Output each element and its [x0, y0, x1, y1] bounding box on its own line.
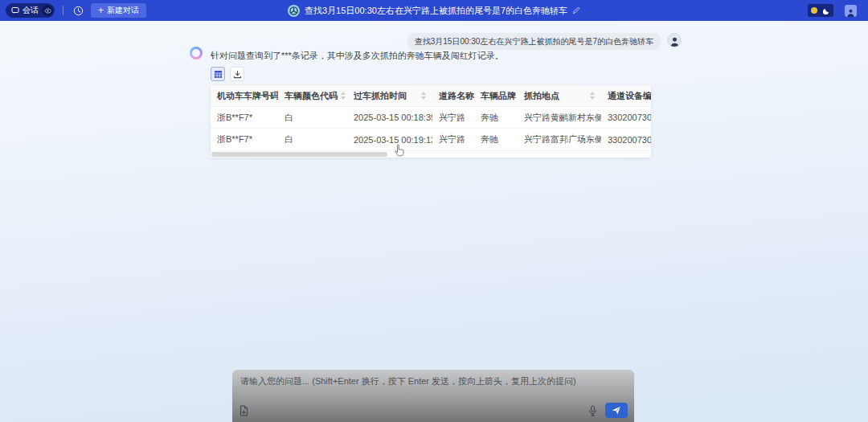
column-header-location[interactable]: 抓拍地点: [518, 85, 601, 107]
result-toolbar: [211, 67, 244, 81]
cell-road: 兴宁路: [432, 129, 474, 150]
cell-road: 兴宁路: [432, 107, 474, 129]
session-button[interactable]: 会话: [6, 3, 55, 18]
composer: [232, 370, 634, 422]
assistant-avatar: [190, 47, 203, 59]
edit-title-icon[interactable]: [572, 6, 580, 14]
sort-icon[interactable]: [590, 92, 595, 100]
moon-icon[interactable]: [823, 7, 830, 14]
attach-file-icon[interactable]: [239, 405, 249, 416]
results-table: 机动车车牌号码 车辆颜色代码 过车抓拍时间 道路名称 车辆品牌 抓拍地点 通道设…: [211, 85, 651, 158]
user-message-bubble: 查找3月15日00:30左右在兴宁路上被抓拍的尾号是7的白色奔驰轿车: [407, 33, 661, 50]
topbar-title-group: 查找3月15日00:30左右在兴宁路上被抓拍的尾号是7的白色奔驰轿车: [288, 5, 580, 17]
history-icon[interactable]: [72, 4, 84, 17]
download-icon: [233, 70, 242, 79]
session-label: 会话: [23, 5, 39, 16]
car-logo-icon: [288, 5, 300, 17]
cell-plate: 浙B**F7*: [211, 107, 278, 129]
table-header: 机动车车牌号码 车辆颜色代码 过车抓拍时间 道路名称 车辆品牌 抓拍地点 通道设…: [211, 85, 651, 107]
conversation-title: 查找3月15日00:30左右在兴宁路上被抓拍的尾号是7的白色奔驰轿车: [305, 5, 567, 17]
topbar-divider: [63, 6, 63, 15]
cell-device: 3302007305132: [601, 129, 651, 150]
cell-brand: 奔驰: [474, 107, 518, 129]
topbar-left: 会话 + 新建对话: [0, 3, 146, 18]
cell-brand: 奔驰: [474, 129, 518, 150]
cell-location: 兴宁路富邦广场东侧西: [518, 129, 601, 150]
topbar-right: [808, 4, 857, 17]
sort-icon[interactable]: [341, 92, 346, 100]
cell-location: 兴宁路黄鹂新村东侧西: [518, 107, 601, 129]
user-avatar: [667, 33, 682, 47]
scrollbar-thumb[interactable]: [211, 152, 387, 157]
cell-color: 白: [278, 129, 347, 150]
account-avatar-button[interactable]: [845, 5, 857, 17]
microphone-icon[interactable]: [588, 405, 597, 416]
table-body: 浙B**F7* 白 2025-03-15 00:18:39 兴宁路 奔驰 兴宁路…: [211, 107, 651, 150]
column-header-color[interactable]: 车辆颜色代码: [278, 85, 347, 107]
chat-icon: [11, 6, 19, 14]
column-header-brand[interactable]: 车辆品牌: [474, 85, 518, 107]
topbar: 会话 + 新建对话 查找3月15日00:30左右在兴宁路上被抓拍的尾号是7的白色…: [0, 0, 868, 21]
sort-icon[interactable]: [421, 92, 426, 100]
cell-time: 2025-03-15 00:19:13: [347, 129, 432, 150]
cell-plate: 浙B**F7*: [211, 129, 278, 150]
table-row[interactable]: 浙B**F7* 白 2025-03-15 00:18:39 兴宁路 奔驰 兴宁路…: [211, 107, 651, 129]
column-header-device[interactable]: 通道设备编码: [601, 85, 651, 107]
user-message-row: 查找3月15日00:30左右在兴宁路上被抓拍的尾号是7的白色奔驰轿车: [407, 33, 682, 50]
theme-toggle[interactable]: [808, 4, 833, 17]
assistant-message: 针对问题查询到了***条记录，其中涉及多次抓拍的奔驰车辆及闯红灯记录。: [211, 50, 504, 62]
table-row[interactable]: 浙B**F7* 白 2025-03-15 00:19:13 兴宁路 奔驰 兴宁路…: [211, 129, 651, 150]
download-button[interactable]: [230, 67, 244, 81]
eye-icon[interactable]: [42, 5, 53, 16]
cell-device: 3302007305132: [601, 107, 651, 129]
cell-time: 2025-03-15 00:18:39: [347, 107, 432, 129]
send-button[interactable]: [605, 403, 628, 418]
table-view-button[interactable]: [211, 67, 225, 81]
question-input[interactable]: [232, 370, 634, 397]
cell-color: 白: [278, 107, 347, 129]
sun-icon[interactable]: [811, 7, 817, 14]
column-header-time[interactable]: 过车抓拍时间: [347, 85, 432, 107]
column-header-plate[interactable]: 机动车车牌号码: [211, 85, 278, 107]
new-chat-label: 新建对话: [107, 5, 139, 16]
table-view-icon: [214, 70, 223, 79]
new-chat-button[interactable]: + 新建对话: [91, 3, 146, 18]
horizontal-scrollbar[interactable]: [211, 150, 651, 158]
plus-icon: +: [98, 6, 104, 14]
composer-toolbar: [232, 403, 634, 418]
column-header-road[interactable]: 道路名称: [432, 85, 474, 107]
